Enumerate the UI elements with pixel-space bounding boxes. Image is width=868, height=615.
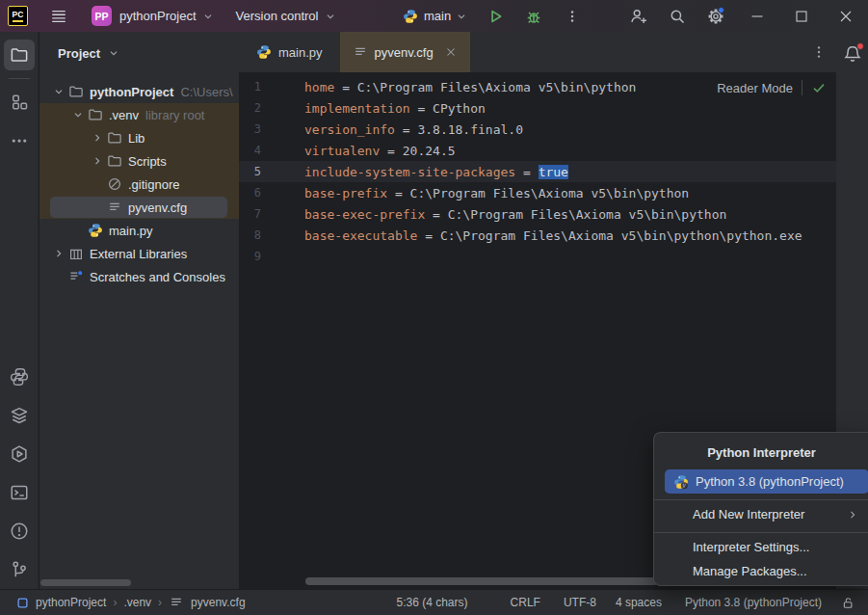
editor-tab-pyvenv-cfg[interactable]: pyvenv.cfg	[340, 32, 470, 72]
tab-list-button[interactable]	[802, 32, 836, 72]
pycharm-logo: PC	[8, 6, 28, 26]
minimize-button[interactable]	[735, 0, 779, 32]
editor-tab-main-py[interactable]: main.py	[239, 32, 340, 72]
popup-item-manage-packages-[interactable]: Manage Packages...	[654, 559, 868, 583]
project-menu-button[interactable]: pythonProject	[112, 0, 223, 32]
chevron-spacer	[70, 223, 86, 238]
status-item-3[interactable]: 4 spaces	[616, 596, 662, 609]
library-icon	[68, 246, 84, 261]
breadcrumbs: pythonProject›.venv›pyvenv.cfg	[16, 595, 246, 610]
status-item-0[interactable]: 5:36 (4 chars)	[397, 596, 468, 609]
tree-item-annotation: library root	[145, 108, 204, 122]
more-tool-windows-button[interactable]	[4, 125, 35, 156]
main-menu-button[interactable]	[39, 0, 78, 32]
python-interpreter-popup: Python Interpreter vPython 3.8 (pythonPr…	[653, 432, 868, 586]
breadcrumb-item[interactable]: pyvenv.cfg	[191, 596, 245, 609]
kebab-icon	[811, 44, 827, 60]
python-venv-icon: v	[673, 474, 689, 490]
tree-item-scripts[interactable]: Scripts	[39, 149, 239, 173]
status-item-1[interactable]: CRLF	[511, 596, 540, 609]
project-avatar[interactable]: PP	[92, 6, 112, 26]
maximize-button[interactable]	[779, 0, 824, 32]
notifications-button[interactable]	[843, 44, 862, 64]
folder-icon	[107, 130, 122, 146]
code-with-me-button[interactable]	[619, 0, 658, 32]
services-icon	[10, 444, 29, 464]
debug-icon	[525, 8, 542, 25]
tree-item-pythonproject[interactable]: pythonProjectC:\Users\	[39, 80, 239, 103]
more-actions-button[interactable]	[553, 0, 592, 32]
structure-tool-button[interactable]	[4, 87, 35, 118]
reader-mode-chip[interactable]: Reader Mode	[717, 77, 827, 98]
tree-item--gitignore[interactable]: .gitignore	[39, 173, 239, 196]
code-line-3: 3version_info = 3.8.18.final.0	[239, 119, 836, 140]
popup-item-add-new-interpreter[interactable]: Add New Interpreter	[654, 502, 868, 526]
status-item-2[interactable]: UTF-8	[564, 596, 596, 609]
project-horizontal-scrollbar[interactable]	[40, 579, 131, 586]
chevron-down-icon[interactable]	[70, 107, 86, 122]
python-packages-icon	[10, 367, 29, 387]
submenu-arrow-icon	[846, 508, 859, 521]
breadcrumb-item[interactable]: .venv	[123, 596, 151, 609]
tree-item-pyvenv-cfg[interactable]: pyvenv.cfg	[39, 196, 239, 219]
project-widget-icon	[16, 597, 29, 609]
text-file-icon	[353, 44, 368, 60]
code-line-7: 7base-exec-prefix = C:\Program Files\Axi…	[239, 203, 836, 225]
close-button[interactable]	[824, 0, 868, 32]
code-text: base-executable = C:\Program Files\Axiom…	[304, 228, 802, 243]
chevron-right-icon[interactable]	[90, 153, 105, 169]
run-button[interactable]	[476, 0, 514, 32]
tree-item-scratches-and-consoles[interactable]: Scratches and Consoles	[39, 265, 239, 288]
project-panel: Project pythonProjectC:\Users\.venvlibra…	[39, 32, 239, 589]
debug-button[interactable]	[514, 0, 553, 32]
chevron-right-icon[interactable]	[51, 246, 66, 261]
code-line-2: 2implementation = CPython	[239, 97, 836, 119]
code-text: implementation = CPython	[304, 101, 486, 116]
pycharm-window: PC PP pythonProject Version control main	[0, 0, 868, 615]
services-tool-button[interactable]	[4, 439, 35, 469]
popup-item-interpreter-settings-[interactable]: Interpreter Settings...	[654, 535, 868, 559]
vcs-menu-button[interactable]: Version control	[228, 0, 345, 32]
search-everywhere-button[interactable]	[658, 0, 697, 32]
more-icon	[10, 131, 29, 150]
tree-item-external-libraries[interactable]: External Libraries	[39, 242, 239, 265]
version-control-tool-button[interactable]	[4, 554, 35, 585]
code-text: version_info = 3.8.18.final.0	[304, 122, 523, 137]
tree-item-label: pythonProject	[90, 85, 173, 99]
tree-item-label: Scratches and Consoles	[90, 270, 225, 284]
chevron-down-icon	[107, 46, 120, 60]
line-number: 9	[239, 250, 304, 263]
line-number: 1	[239, 80, 304, 94]
chevron-spacer	[90, 176, 105, 192]
project-tool-button[interactable]	[4, 40, 35, 70]
breadcrumb-separator: ›	[158, 596, 162, 609]
python-packages-tool-button[interactable]	[4, 361, 35, 392]
tab-label: main.py	[278, 45, 323, 60]
line-number: 8	[239, 228, 304, 242]
popup-item-python-3-8-pythonproject-[interactable]: vPython 3.8 (pythonProject)	[665, 469, 868, 494]
chevron-right-icon[interactable]	[90, 130, 105, 146]
chevron-down-icon[interactable]	[51, 84, 66, 99]
editor-horizontal-scrollbar[interactable]	[305, 577, 658, 585]
close-tab-button[interactable]	[444, 45, 458, 59]
project-panel-header[interactable]: Project	[39, 32, 239, 74]
chevron-spacer	[51, 269, 66, 284]
divider	[802, 80, 802, 95]
text-file-icon	[169, 595, 184, 610]
settings-button[interactable]	[697, 0, 735, 32]
lock-icon[interactable]	[841, 596, 855, 610]
folder-icon	[68, 84, 84, 99]
breadcrumb-item[interactable]: pythonProject	[36, 596, 106, 609]
python-console-tool-button[interactable]	[4, 400, 35, 431]
problems-tool-button[interactable]	[4, 516, 35, 547]
status-item-4[interactable]: Python 3.8 (pythonProject)	[685, 596, 822, 609]
terminal-tool-button[interactable]	[4, 477, 35, 508]
tree-item-annotation: C:\Users\	[180, 85, 232, 99]
text-file-icon	[107, 200, 122, 215]
tree-item-lib[interactable]: Lib	[39, 126, 239, 149]
branch-button[interactable]: main	[424, 9, 451, 23]
tree-item-main-py[interactable]: main.py	[39, 219, 239, 242]
tree-item--venv[interactable]: .venvlibrary root	[39, 103, 239, 126]
git-branch-icon	[10, 560, 29, 579]
tree-item-label: .gitignore	[128, 177, 179, 192]
